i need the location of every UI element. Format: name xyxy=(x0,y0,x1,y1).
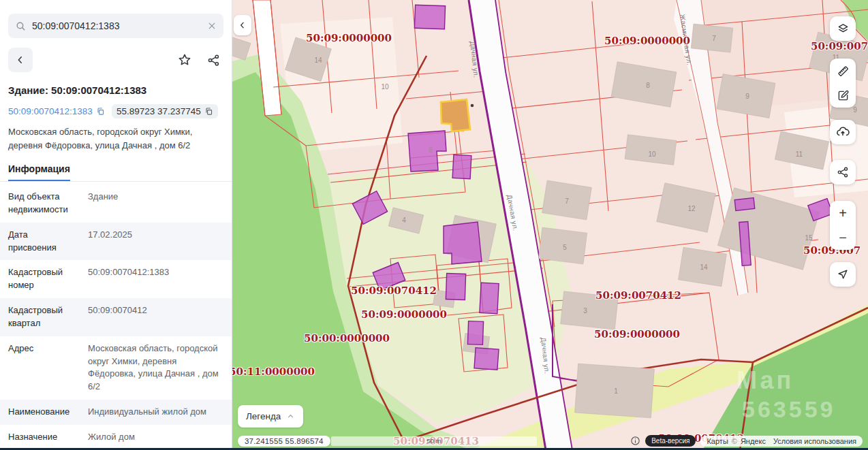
parcel-number: 10 xyxy=(648,150,655,158)
cadastral-number-text: 50:09:0070412:1383 xyxy=(8,106,93,116)
info-row-value: Московская область, городской округ Химк… xyxy=(78,342,223,393)
cadastral-quarter-label: 50:09:0070412 xyxy=(351,285,437,297)
parcel-number: 8 xyxy=(646,82,650,89)
upload-button[interactable] xyxy=(830,120,856,144)
parcel-number: 5 xyxy=(563,244,567,251)
share-icon xyxy=(836,165,850,179)
parcel-number: 14 xyxy=(314,57,322,64)
cadastral-quarter-label: 50:11:0000000 xyxy=(232,366,315,378)
info-row-value: 17.02.2025 xyxy=(78,229,223,255)
favorite-button[interactable] xyxy=(174,50,195,70)
map-attribution: Карты © Яндекс Условия использования xyxy=(700,436,863,447)
object-chips: 50:09:0070412:1383 55.89723 37.237745 xyxy=(8,104,223,118)
share-icon xyxy=(206,53,221,67)
layers-control xyxy=(830,16,856,41)
cadastral-quarter-label: 50:09:0000000 xyxy=(594,328,680,340)
navigate-icon xyxy=(836,268,850,281)
parcel-number: 1 xyxy=(614,387,618,395)
chevron-up-icon xyxy=(286,412,295,421)
copy-icon xyxy=(96,107,105,116)
object-address: Московская область, городской округ Химк… xyxy=(8,125,223,152)
cadastral-quarter-label: 50:00:0000000 xyxy=(304,332,390,344)
legend-button[interactable]: Легенда xyxy=(238,405,303,428)
zoom-control: + − xyxy=(830,201,856,250)
parcel-number: 3 xyxy=(583,307,587,315)
attribution-bar: Beta-версия Карты © Яндекс Условия испол… xyxy=(630,435,863,447)
tab-bar: Информация xyxy=(0,163,232,182)
coordinates-chip[interactable]: 55.89723 37.237745 xyxy=(112,104,218,118)
info-row: Кадастровый квартал50:09:0070412 xyxy=(0,298,232,336)
info-row-label: Адрес xyxy=(8,342,78,393)
coordinates-text: 55.89723 37.237745 xyxy=(117,106,201,116)
info-row-value: Жилой дом xyxy=(78,431,223,444)
info-row-value: Индивидуальный жилой дом xyxy=(78,406,223,419)
object-title: Здание: 50:09:0070412:1383 xyxy=(8,84,223,96)
attribution-maps: Карты xyxy=(707,437,728,445)
map-watermark: Мап xyxy=(737,366,794,395)
share-map-control xyxy=(830,160,856,184)
info-panel: Здание: 50:09:0070412:1383 50:09:0070412… xyxy=(0,0,232,450)
info-row-label: Назначение xyxy=(8,431,78,444)
parcel-number: 10 xyxy=(381,83,388,91)
zoom-in-button[interactable]: + xyxy=(830,201,856,225)
parcel-number: 7 xyxy=(565,197,569,205)
locate-button[interactable] xyxy=(830,262,856,287)
attribution-terms[interactable]: Условия использования xyxy=(773,437,856,445)
panel-actions xyxy=(8,48,223,72)
cadastral-quarter-label: 50:09:0000000 xyxy=(306,32,392,44)
map-viewport[interactable]: 50:09:000000050:09:000000050:09:007050:0… xyxy=(232,0,868,450)
draw-button[interactable] xyxy=(830,83,856,108)
info-row-value: 50:09:0070412 xyxy=(78,304,223,330)
info-icon[interactable] xyxy=(630,436,640,446)
info-row-label: Наименование xyxy=(8,406,78,419)
locate-control xyxy=(830,262,856,287)
parcel-number: 7 xyxy=(712,35,716,42)
info-row: Дата присвоения17.02.2025 xyxy=(0,223,232,261)
legend-label: Легенда xyxy=(246,411,281,421)
parcel-number: 15 xyxy=(805,234,812,242)
collapse-panel-button[interactable] xyxy=(234,15,251,35)
search-icon xyxy=(15,20,27,32)
parcel-number: 12 xyxy=(687,205,695,212)
info-row-value: 50:09:0070412:1383 xyxy=(78,266,223,292)
info-row-label: Кадастровый квартал xyxy=(8,304,78,330)
info-row: НаименованиеИндивидуальный жилой дом xyxy=(0,400,232,425)
map-watermark: 563559 xyxy=(742,396,835,423)
info-row-label: Кадастровый номер xyxy=(8,266,78,292)
info-row: АдресМосковская область, городской округ… xyxy=(0,336,232,400)
search-input[interactable] xyxy=(32,20,202,31)
measure-edit-control xyxy=(830,59,856,108)
cloud-upload-icon xyxy=(835,125,850,140)
attribution-provider[interactable]: Яндекс xyxy=(741,437,766,445)
cadastral-quarter-label: 50:09:0000000 xyxy=(361,308,447,321)
ruler-icon xyxy=(836,64,850,78)
clear-search-icon[interactable] xyxy=(207,21,217,31)
cadastral-quarter-label: 50:09:0000000 xyxy=(604,35,690,47)
upload-control xyxy=(830,120,856,144)
info-row-label: Дата присвоения xyxy=(8,229,78,255)
back-button[interactable] xyxy=(8,48,33,72)
info-row: Вид объекта недвижимостиЗдание xyxy=(0,184,232,223)
parcel-number: 6 xyxy=(429,146,433,154)
cursor-coordinates: 37.241555 55.896574 xyxy=(238,436,330,447)
tab-information[interactable]: Информация xyxy=(8,163,70,181)
share-button[interactable] xyxy=(203,50,223,70)
zoom-out-button[interactable]: − xyxy=(830,225,856,250)
parcel-number: 14 xyxy=(700,263,707,271)
scale-bar: 50 m xyxy=(331,436,537,446)
chevron-left-icon xyxy=(238,20,247,30)
cadastral-number-link[interactable]: 50:09:0070412:1383 xyxy=(8,106,105,116)
info-row-value: Здание xyxy=(78,191,223,216)
share-map-button[interactable] xyxy=(830,160,856,184)
parcel-number: 9 xyxy=(745,93,749,100)
copy-icon xyxy=(204,107,213,116)
layers-button[interactable] xyxy=(830,16,856,41)
layers-icon xyxy=(836,22,850,36)
parcel-number: 4 xyxy=(402,216,406,224)
chevron-left-icon xyxy=(15,54,26,65)
info-row: НазначениеЖилой дом xyxy=(0,425,232,450)
parcel-number: 11 xyxy=(796,150,803,158)
measure-button[interactable] xyxy=(830,59,856,83)
search-bar xyxy=(8,14,223,38)
cadastral-quarter-label: 50:09:0070412 xyxy=(595,289,681,302)
